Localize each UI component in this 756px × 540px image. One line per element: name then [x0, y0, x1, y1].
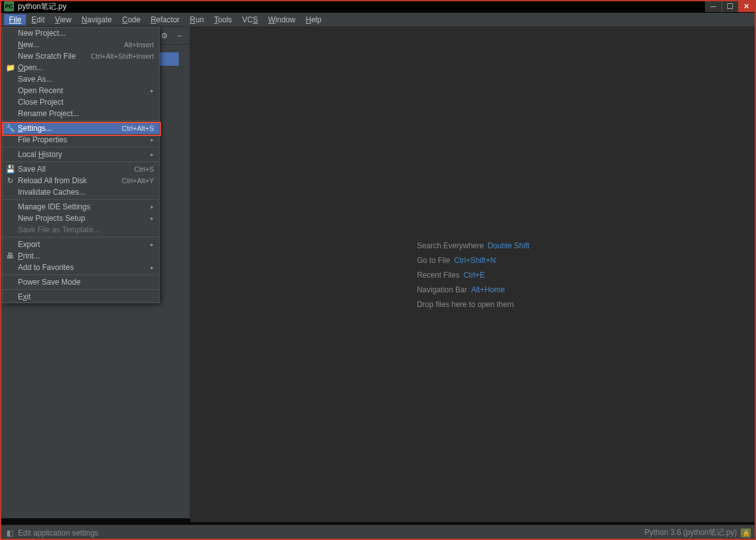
menu-item-label: Rename Project... — [18, 109, 154, 118]
menu-shortcut: Ctrl+S — [134, 165, 154, 173]
maximize-button[interactable]: ☐ — [722, 1, 738, 12]
menu-vcs[interactable]: VCS — [237, 14, 263, 26]
statusbar: ◧ Edit application settings Python 3.6 (… — [0, 525, 756, 540]
menu-shortcut: Ctrl+Alt+Shift+Insert — [91, 52, 154, 60]
blank-icon — [5, 109, 15, 119]
welcome-goto-file: Go to FileCtrl+Shift+N — [417, 255, 529, 265]
file-menu-rename-project[interactable]: Rename Project... — [3, 108, 159, 119]
file-menu-new[interactable]: New...Alt+Insert — [3, 39, 159, 50]
blank-icon — [5, 239, 15, 250]
welcome-panel: Search EverywhereDouble Shift Go to File… — [417, 236, 529, 314]
file-menu-invalidate-caches[interactable]: Invalidate Caches... — [3, 186, 159, 198]
welcome-drop-hint: Drop files here to open them — [417, 299, 529, 309]
blank-icon — [5, 40, 15, 50]
gear-icon[interactable]: ⚙ — [159, 31, 169, 41]
menu-item-label: New Scratch File — [18, 52, 91, 61]
file-menu-local-history[interactable]: Local History▸ — [3, 149, 159, 160]
menu-item-label: File Properties — [18, 135, 154, 144]
app-icon: PC — [4, 1, 14, 11]
submenu-arrow-icon: ▸ — [151, 151, 154, 158]
file-menu-export[interactable]: Export▸ — [3, 239, 159, 250]
file-menu-reload-all-from-disk[interactable]: ↻Reload All from DiskCtrl+Alt+Y — [3, 175, 159, 186]
menu-item-label: Open Recent — [18, 86, 154, 95]
menu-item-label: Exit — [18, 292, 154, 301]
blank-icon — [5, 213, 15, 223]
menu-item-label: Save All — [18, 165, 134, 174]
file-menu-settings[interactable]: 🔧Settings...Ctrl+Alt+S — [3, 123, 159, 134]
submenu-arrow-icon: ▸ — [151, 137, 154, 143]
menu-item-label: Reload All from Disk — [18, 176, 122, 185]
file-menu-exit[interactable]: Exit — [3, 291, 159, 303]
folder-icon: 📁 — [5, 63, 15, 73]
menu-separator — [3, 121, 159, 121]
window-controls: ─ ☐ ✕ — [705, 1, 755, 12]
menu-separator — [3, 199, 159, 200]
menu-item-label: Save File as Template... — [18, 225, 154, 234]
menu-code[interactable]: Code — [117, 14, 146, 26]
menu-item-label: New Project... — [18, 29, 154, 38]
blank-icon — [5, 149, 15, 160]
menu-refactor[interactable]: Refactor — [146, 14, 185, 26]
blank-icon — [5, 187, 15, 197]
menubar: File Edit View Navigate Code Refactor Ru… — [0, 13, 756, 27]
menu-separator — [3, 237, 159, 237]
menu-separator — [3, 289, 159, 290]
file-menu-power-save-mode[interactable]: Power Save Mode — [3, 276, 159, 288]
menu-view[interactable]: View — [50, 14, 77, 26]
reload-icon: ↻ — [5, 176, 15, 186]
menu-tools[interactable]: Tools — [209, 14, 237, 26]
menu-window[interactable]: Window — [263, 14, 301, 26]
menu-shortcut: Alt+Insert — [124, 41, 154, 49]
menu-help[interactable]: Help — [301, 14, 327, 26]
minimize-button[interactable]: ─ — [705, 1, 722, 12]
close-button[interactable]: ✕ — [738, 1, 755, 12]
file-menu-new-projects-setup[interactable]: New Projects Setup▸ — [3, 213, 159, 224]
file-menu-new-project[interactable]: New Project... — [3, 27, 159, 39]
file-menu-add-to-favorites[interactable]: Add to Favorites▸ — [3, 262, 159, 273]
tool-window-icon[interactable]: ◧ — [5, 529, 14, 537]
menu-item-label: Local History — [18, 150, 154, 159]
welcome-recent-files: Recent FilesCtrl+E — [417, 270, 529, 280]
menu-edit[interactable]: Edit — [26, 14, 50, 26]
window-title: python笔记.py — [17, 1, 705, 12]
file-menu-open[interactable]: 📁Open... — [3, 62, 159, 73]
menu-separator — [3, 274, 159, 275]
file-menu-new-scratch-file[interactable]: New Scratch FileCtrl+Alt+Shift+Insert — [3, 50, 159, 62]
wrench-icon: 🔧 — [5, 123, 15, 133]
menu-item-label: New Projects Setup — [18, 214, 154, 223]
collapse-icon[interactable]: − — [174, 31, 185, 41]
file-menu-manage-ide-settings[interactable]: Manage IDE Settings▸ — [3, 201, 159, 213]
menu-item-label: New... — [18, 40, 124, 49]
blank-icon — [5, 97, 15, 107]
interpreter-label[interactable]: Python 3.6 (python笔记.py) — [644, 527, 737, 538]
menu-item-label: Save As... — [18, 75, 154, 84]
menu-item-label: Power Save Mode — [18, 278, 154, 287]
file-menu-file-properties[interactable]: File Properties▸ — [3, 134, 159, 146]
print-icon: 🖶 — [5, 251, 15, 261]
menu-run[interactable]: Run — [185, 14, 209, 26]
welcome-nav-bar: Navigation BarAlt+Home — [417, 285, 529, 294]
file-menu-save-as[interactable]: Save As... — [3, 73, 159, 85]
editor-area: Search EverywhereDouble Shift Go to File… — [190, 27, 756, 522]
menu-item-label: Close Project — [18, 98, 154, 107]
menu-item-label: Add to Favorites — [18, 263, 154, 272]
menu-item-label: Open... — [18, 63, 154, 72]
blank-icon — [5, 225, 15, 235]
menu-shortcut: Ctrl+Alt+Y — [122, 177, 154, 184]
menu-shortcut: Ctrl+Alt+S — [122, 124, 154, 132]
blank-icon — [5, 28, 15, 38]
blank-icon — [5, 202, 15, 212]
menu-item-label: Print... — [18, 251, 154, 260]
lock-icon[interactable]: 🔒 — [741, 529, 751, 537]
file-menu-dropdown: New Project...New...Alt+InsertNew Scratc… — [2, 27, 160, 303]
file-menu-save-all[interactable]: 💾Save AllCtrl+S — [3, 163, 159, 175]
file-menu-open-recent[interactable]: Open Recent▸ — [3, 85, 159, 96]
menu-item-label: Invalidate Caches... — [18, 188, 154, 197]
blank-icon — [5, 262, 15, 273]
blank-icon — [5, 292, 15, 302]
file-menu-close-project[interactable]: Close Project — [3, 96, 159, 108]
blank-icon — [5, 51, 15, 61]
menu-navigate[interactable]: Navigate — [77, 14, 117, 26]
menu-file[interactable]: File — [4, 14, 26, 26]
file-menu-print[interactable]: 🖶Print... — [3, 250, 159, 262]
